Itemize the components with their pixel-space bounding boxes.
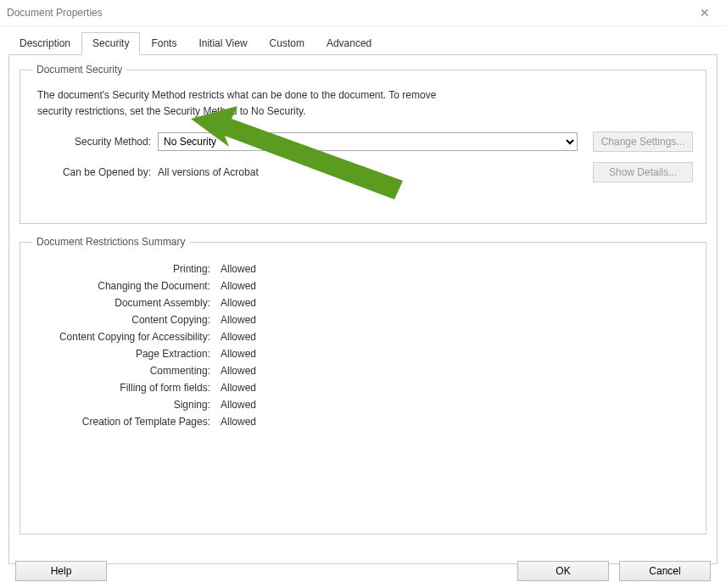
restriction-row: Commenting: Allowed	[32, 365, 694, 377]
security-description: The document's Security Method restricts…	[37, 87, 694, 120]
restriction-label: Filling of form fields:	[32, 382, 221, 394]
restriction-row: Creation of Template Pages: Allowed	[32, 416, 694, 428]
tab-initial-view[interactable]: Initial View	[187, 32, 258, 55]
tab-strip: Description Security Fonts Initial View …	[8, 31, 718, 55]
restriction-label: Commenting:	[32, 365, 221, 377]
restrictions-summary-group: Document Restrictions Summary Printing: …	[20, 236, 706, 535]
restriction-value: Allowed	[221, 314, 256, 326]
window-title: Document Properties	[7, 7, 103, 19]
document-security-group: Document Security The document's Securit…	[20, 64, 706, 224]
cancel-button[interactable]: Cancel	[619, 561, 711, 581]
tab-label: Initial View	[198, 37, 247, 49]
tab-label: Description	[20, 37, 70, 49]
tab-label: Security	[92, 37, 129, 49]
restriction-row: Page Extraction: Allowed	[32, 348, 694, 360]
restriction-value: Allowed	[221, 263, 256, 275]
security-method-row: Security Method: No Security Change Sett…	[32, 132, 694, 152]
tab-label: Advanced	[327, 37, 371, 49]
tab-security[interactable]: Security	[81, 32, 140, 55]
group-legend: Document Security	[32, 64, 126, 76]
ok-button[interactable]: OK	[517, 561, 609, 581]
security-method-select[interactable]: No Security	[158, 132, 578, 151]
restriction-row: Signing: Allowed	[32, 399, 694, 411]
restriction-value: Allowed	[221, 365, 256, 377]
tab-description[interactable]: Description	[8, 32, 81, 55]
restriction-label: Content Copying for Accessibility:	[32, 331, 221, 343]
restriction-label: Changing the Document:	[32, 280, 221, 292]
desc-line2: security restrictions, set the Security …	[37, 105, 306, 117]
can-be-opened-by-row: Can be Opened by: All versions of Acroba…	[32, 162, 694, 182]
restriction-label: Page Extraction:	[32, 348, 221, 360]
tab-fonts[interactable]: Fonts	[140, 32, 187, 55]
restriction-label: Document Assembly:	[32, 297, 221, 309]
desc-line1: The document's Security Method restricts…	[37, 89, 436, 101]
opened-by-value: All versions of Acrobat	[158, 166, 259, 178]
help-button[interactable]: Help	[15, 561, 107, 581]
restriction-value: Allowed	[221, 416, 256, 428]
restriction-row: Content Copying: Allowed	[32, 314, 694, 326]
restriction-label: Content Copying:	[32, 314, 221, 326]
tab-label: Fonts	[151, 37, 176, 49]
restriction-label: Printing:	[32, 263, 221, 275]
restriction-row: Document Assembly: Allowed	[32, 297, 694, 309]
restriction-row: Printing: Allowed	[32, 263, 694, 275]
restriction-value: Allowed	[221, 297, 256, 309]
restriction-label: Signing:	[32, 399, 221, 411]
group-legend: Document Restrictions Summary	[32, 236, 189, 248]
restriction-row: Filling of form fields: Allowed	[32, 382, 694, 394]
titlebar: Document Properties ✕	[0, 0, 726, 26]
dialog-body: Description Security Fonts Initial View …	[0, 26, 726, 564]
restriction-value: Allowed	[221, 382, 256, 394]
restriction-value: Allowed	[221, 331, 256, 343]
restriction-label: Creation of Template Pages:	[32, 416, 221, 428]
tab-panel-security: Document Security The document's Securit…	[8, 55, 718, 564]
opened-by-label: Can be Opened by:	[32, 166, 158, 178]
close-icon[interactable]: ✕	[692, 0, 718, 25]
show-details-button: Show Details...	[593, 162, 693, 182]
tab-custom[interactable]: Custom	[259, 32, 316, 55]
change-settings-button: Change Settings...	[593, 132, 693, 152]
restriction-row: Changing the Document: Allowed	[32, 280, 694, 292]
restriction-value: Allowed	[221, 348, 256, 360]
restriction-value: Allowed	[221, 280, 256, 292]
restriction-value: Allowed	[221, 399, 256, 411]
security-method-label: Security Method:	[32, 136, 158, 148]
dialog-footer: Help OK Cancel	[0, 561, 726, 581]
tab-advanced[interactable]: Advanced	[316, 32, 383, 55]
restriction-row: Content Copying for Accessibility: Allow…	[32, 331, 694, 343]
tab-label: Custom	[270, 37, 304, 49]
